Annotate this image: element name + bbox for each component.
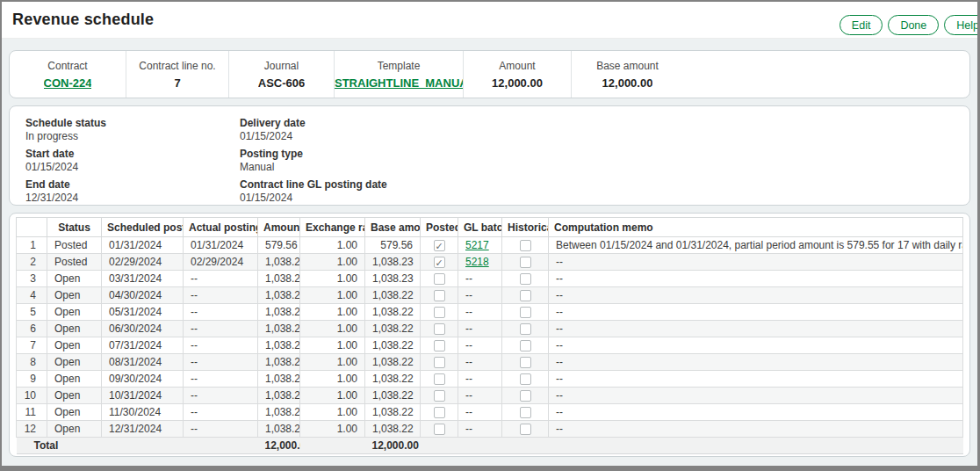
base-amount-cell: 1,038.22: [365, 304, 421, 321]
gl-batch-link[interactable]: 5217: [465, 239, 489, 251]
computation-memo-cell: --: [549, 371, 963, 388]
table-row: 8 Open 08/31/2024 -- 1,038.22 1.00 1,038…: [17, 354, 963, 371]
historical-checkbox[interactable]: [520, 273, 531, 285]
base-amount-cell: 1,038.22: [365, 337, 421, 354]
scheduled-posting-date-cell: 12/31/2024: [102, 421, 184, 438]
status-cell: Posted: [47, 237, 102, 254]
computation-memo-cell: --: [549, 388, 963, 404]
exchange-rate-cell: 1.00: [300, 287, 365, 304]
computation-memo-cell: --: [549, 421, 963, 438]
template-link[interactable]: STRAIGHTLINE_MANUAL: [335, 76, 463, 90]
journal-value: ASC-606: [258, 76, 305, 90]
table-row: 5 Open 05/31/2024 -- 1,038.22 1.00 1,038…: [17, 304, 963, 321]
posted-checkbox[interactable]: [434, 323, 445, 335]
computation-memo-cell: --: [549, 304, 963, 321]
exchange-rate-cell: 1.00: [300, 321, 365, 337]
total-row: Total 12,000.00 12,000.00: [17, 438, 963, 454]
amount-cell: 1,038.22: [258, 337, 300, 354]
historical-checkbox[interactable]: [520, 407, 531, 418]
posted-checkbox[interactable]: [434, 424, 445, 435]
base-amount-cell: 1,038.22: [365, 287, 421, 304]
delivery-date-field: Delivery date 01/15/2024: [240, 117, 387, 143]
summary-journal: Journal ASC-606: [229, 51, 335, 98]
status-cell: Open: [47, 271, 102, 287]
historical-checkbox[interactable]: [520, 240, 531, 251]
amount-cell: 579.56: [258, 237, 300, 254]
posted-checkbox[interactable]: [434, 373, 445, 385]
base-amount-cell: 579.56: [365, 237, 421, 254]
details-right-column: Delivery date 01/15/2024 Posting type Ma…: [240, 117, 387, 194]
table-row: 9 Open 09/30/2024 -- 1,038.22 1.00 1,038…: [17, 371, 963, 388]
table-row: 2 Posted 02/29/2024 02/29/2024 1,038.23 …: [17, 254, 963, 271]
scheduled-posting-date-cell: 08/31/2024: [102, 354, 184, 371]
historical-cell: [502, 254, 549, 271]
posted-checkbox[interactable]: [434, 257, 445, 268]
historical-checkbox[interactable]: [520, 290, 531, 301]
historical-checkbox[interactable]: [520, 340, 531, 351]
historical-checkbox[interactable]: [520, 357, 531, 368]
details-left-column: Schedule status In progress Start date 0…: [25, 117, 240, 194]
actual-posting-date-cell: --: [184, 271, 258, 287]
end-date-label: End date: [25, 178, 240, 192]
table-row: 11 Open 11/30/2024 -- 1,038.22 1.00 1,03…: [17, 404, 963, 421]
exchange-rate-cell: 1.00: [300, 337, 365, 354]
historical-checkbox[interactable]: [520, 373, 531, 385]
edit-button[interactable]: Edit: [839, 15, 883, 35]
posted-cell: [421, 354, 458, 371]
contract-label: Contract: [47, 60, 87, 72]
actual-posting-date-cell: --: [184, 371, 258, 388]
posted-checkbox[interactable]: [434, 273, 445, 285]
exchange-rate-cell: 1.00: [300, 404, 365, 421]
historical-checkbox[interactable]: [520, 424, 531, 435]
row-number-cell: 7: [17, 337, 47, 354]
posted-checkbox[interactable]: [434, 357, 445, 368]
done-button[interactable]: Done: [888, 15, 939, 35]
posted-cell: [421, 321, 458, 337]
table-row: 7 Open 07/31/2024 -- 1,038.22 1.00 1,038…: [17, 337, 963, 354]
historical-checkbox[interactable]: [520, 257, 531, 268]
amount-cell: 1,038.22: [258, 354, 300, 371]
actual-posting-date-cell: 02/29/2024: [184, 254, 258, 271]
start-date-value: 01/15/2024: [25, 161, 240, 174]
posted-checkbox[interactable]: [434, 307, 445, 318]
scheduled-posting-date-cell: 02/29/2024: [102, 254, 184, 271]
table-row: 10 Open 10/31/2024 -- 1,038.22 1.00 1,03…: [17, 388, 963, 404]
table-header-row: Status Scheduled posting date Actual pos…: [17, 218, 963, 237]
contract-link[interactable]: CON-224: [44, 76, 92, 90]
actual-posting-date-cell: --: [184, 304, 258, 321]
posted-cell: [421, 237, 458, 254]
scheduled-posting-date-cell: 11/30/2024: [102, 404, 184, 421]
table-row: 6 Open 06/30/2024 -- 1,038.22 1.00 1,038…: [17, 321, 963, 337]
help-button[interactable]: Help: [944, 15, 980, 35]
gl-batch-link[interactable]: 5218: [465, 256, 489, 268]
scheduled-posting-date-cell: 06/30/2024: [102, 321, 184, 337]
posted-checkbox[interactable]: [434, 390, 445, 402]
amount-cell: 1,038.23: [258, 254, 300, 271]
posted-checkbox[interactable]: [434, 340, 445, 351]
computation-memo-cell: --: [549, 287, 963, 304]
computation-memo-cell: --: [549, 337, 963, 354]
amount-cell: 1,038.22: [258, 287, 300, 304]
historical-cell: [502, 388, 549, 404]
contract-line-gl-posting-date-label: Contract line GL posting date: [240, 178, 387, 192]
total-base-amount: 12,000.00: [365, 438, 421, 454]
posting-type-field: Posting type Manual: [240, 148, 387, 174]
column-header-posted: Posted: [421, 218, 458, 237]
posted-cell: [421, 388, 458, 404]
status-cell: Open: [47, 304, 102, 321]
page-body: Contract CON-224 Contract line no. 7 Jou…: [2, 39, 977, 457]
scheduled-posting-date-cell: 03/31/2024: [102, 271, 184, 287]
posted-checkbox[interactable]: [434, 290, 445, 301]
historical-checkbox[interactable]: [520, 307, 531, 318]
actual-posting-date-cell: --: [184, 321, 258, 337]
posted-checkbox[interactable]: [434, 240, 445, 251]
posted-checkbox[interactable]: [434, 407, 445, 418]
column-header-actual-posting-date: Actual posting date: [184, 218, 258, 237]
historical-checkbox[interactable]: [520, 390, 531, 402]
historical-checkbox[interactable]: [520, 323, 531, 335]
base-amount-cell: 1,038.22: [365, 354, 421, 371]
status-cell: Open: [47, 287, 102, 304]
exchange-rate-cell: 1.00: [300, 304, 365, 321]
computation-memo-cell: --: [549, 321, 963, 337]
posted-cell: [421, 304, 458, 321]
